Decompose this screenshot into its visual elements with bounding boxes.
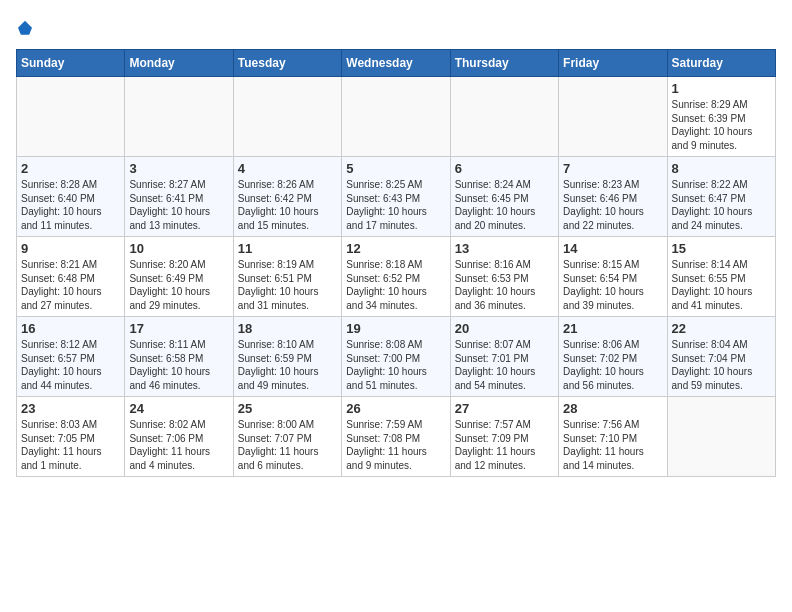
day-cell: 17Sunrise: 8:11 AM Sunset: 6:58 PM Dayli… — [125, 317, 233, 397]
day-info: Sunrise: 8:08 AM Sunset: 7:00 PM Dayligh… — [346, 338, 445, 392]
week-row-3: 16Sunrise: 8:12 AM Sunset: 6:57 PM Dayli… — [17, 317, 776, 397]
day-cell: 2Sunrise: 8:28 AM Sunset: 6:40 PM Daylig… — [17, 157, 125, 237]
day-info: Sunrise: 8:12 AM Sunset: 6:57 PM Dayligh… — [21, 338, 120, 392]
day-info: Sunrise: 8:21 AM Sunset: 6:48 PM Dayligh… — [21, 258, 120, 312]
day-number: 26 — [346, 401, 445, 416]
day-cell: 15Sunrise: 8:14 AM Sunset: 6:55 PM Dayli… — [667, 237, 775, 317]
day-cell — [342, 77, 450, 157]
day-number: 19 — [346, 321, 445, 336]
day-cell: 18Sunrise: 8:10 AM Sunset: 6:59 PM Dayli… — [233, 317, 341, 397]
weekday-header-friday: Friday — [559, 50, 667, 77]
weekday-header-wednesday: Wednesday — [342, 50, 450, 77]
day-info: Sunrise: 8:25 AM Sunset: 6:43 PM Dayligh… — [346, 178, 445, 232]
day-info: Sunrise: 8:11 AM Sunset: 6:58 PM Dayligh… — [129, 338, 228, 392]
day-number: 12 — [346, 241, 445, 256]
day-number: 23 — [21, 401, 120, 416]
weekday-header-sunday: Sunday — [17, 50, 125, 77]
weekday-header-thursday: Thursday — [450, 50, 558, 77]
day-number: 11 — [238, 241, 337, 256]
day-cell: 13Sunrise: 8:16 AM Sunset: 6:53 PM Dayli… — [450, 237, 558, 317]
day-cell — [125, 77, 233, 157]
day-number: 14 — [563, 241, 662, 256]
day-cell: 20Sunrise: 8:07 AM Sunset: 7:01 PM Dayli… — [450, 317, 558, 397]
day-number: 2 — [21, 161, 120, 176]
day-number: 5 — [346, 161, 445, 176]
day-number: 10 — [129, 241, 228, 256]
day-cell: 16Sunrise: 8:12 AM Sunset: 6:57 PM Dayli… — [17, 317, 125, 397]
week-row-0: 1Sunrise: 8:29 AM Sunset: 6:39 PM Daylig… — [17, 77, 776, 157]
day-cell: 5Sunrise: 8:25 AM Sunset: 6:43 PM Daylig… — [342, 157, 450, 237]
day-number: 22 — [672, 321, 771, 336]
day-cell: 10Sunrise: 8:20 AM Sunset: 6:49 PM Dayli… — [125, 237, 233, 317]
day-cell — [450, 77, 558, 157]
logo — [16, 16, 32, 37]
day-cell: 8Sunrise: 8:22 AM Sunset: 6:47 PM Daylig… — [667, 157, 775, 237]
day-info: Sunrise: 7:56 AM Sunset: 7:10 PM Dayligh… — [563, 418, 662, 472]
day-cell: 28Sunrise: 7:56 AM Sunset: 7:10 PM Dayli… — [559, 397, 667, 477]
page-header — [16, 16, 776, 37]
day-cell: 21Sunrise: 8:06 AM Sunset: 7:02 PM Dayli… — [559, 317, 667, 397]
day-cell: 4Sunrise: 8:26 AM Sunset: 6:42 PM Daylig… — [233, 157, 341, 237]
day-number: 15 — [672, 241, 771, 256]
day-cell — [559, 77, 667, 157]
day-number: 3 — [129, 161, 228, 176]
day-info: Sunrise: 8:22 AM Sunset: 6:47 PM Dayligh… — [672, 178, 771, 232]
day-info: Sunrise: 8:04 AM Sunset: 7:04 PM Dayligh… — [672, 338, 771, 392]
day-number: 16 — [21, 321, 120, 336]
day-info: Sunrise: 7:59 AM Sunset: 7:08 PM Dayligh… — [346, 418, 445, 472]
week-row-1: 2Sunrise: 8:28 AM Sunset: 6:40 PM Daylig… — [17, 157, 776, 237]
day-cell: 3Sunrise: 8:27 AM Sunset: 6:41 PM Daylig… — [125, 157, 233, 237]
day-info: Sunrise: 7:57 AM Sunset: 7:09 PM Dayligh… — [455, 418, 554, 472]
day-number: 28 — [563, 401, 662, 416]
day-info: Sunrise: 8:28 AM Sunset: 6:40 PM Dayligh… — [21, 178, 120, 232]
day-number: 8 — [672, 161, 771, 176]
day-cell — [233, 77, 341, 157]
day-number: 27 — [455, 401, 554, 416]
day-cell — [667, 397, 775, 477]
day-cell: 12Sunrise: 8:18 AM Sunset: 6:52 PM Dayli… — [342, 237, 450, 317]
day-cell: 6Sunrise: 8:24 AM Sunset: 6:45 PM Daylig… — [450, 157, 558, 237]
day-info: Sunrise: 8:18 AM Sunset: 6:52 PM Dayligh… — [346, 258, 445, 312]
week-row-4: 23Sunrise: 8:03 AM Sunset: 7:05 PM Dayli… — [17, 397, 776, 477]
weekday-header-tuesday: Tuesday — [233, 50, 341, 77]
weekday-header-saturday: Saturday — [667, 50, 775, 77]
day-cell — [17, 77, 125, 157]
day-info: Sunrise: 8:02 AM Sunset: 7:06 PM Dayligh… — [129, 418, 228, 472]
day-cell: 27Sunrise: 7:57 AM Sunset: 7:09 PM Dayli… — [450, 397, 558, 477]
day-info: Sunrise: 8:23 AM Sunset: 6:46 PM Dayligh… — [563, 178, 662, 232]
day-cell: 23Sunrise: 8:03 AM Sunset: 7:05 PM Dayli… — [17, 397, 125, 477]
day-cell: 25Sunrise: 8:00 AM Sunset: 7:07 PM Dayli… — [233, 397, 341, 477]
week-row-2: 9Sunrise: 8:21 AM Sunset: 6:48 PM Daylig… — [17, 237, 776, 317]
day-info: Sunrise: 8:27 AM Sunset: 6:41 PM Dayligh… — [129, 178, 228, 232]
day-info: Sunrise: 8:07 AM Sunset: 7:01 PM Dayligh… — [455, 338, 554, 392]
day-number: 6 — [455, 161, 554, 176]
day-info: Sunrise: 8:19 AM Sunset: 6:51 PM Dayligh… — [238, 258, 337, 312]
day-number: 20 — [455, 321, 554, 336]
day-info: Sunrise: 8:26 AM Sunset: 6:42 PM Dayligh… — [238, 178, 337, 232]
day-info: Sunrise: 8:00 AM Sunset: 7:07 PM Dayligh… — [238, 418, 337, 472]
day-info: Sunrise: 8:10 AM Sunset: 6:59 PM Dayligh… — [238, 338, 337, 392]
day-info: Sunrise: 8:20 AM Sunset: 6:49 PM Dayligh… — [129, 258, 228, 312]
day-number: 24 — [129, 401, 228, 416]
day-number: 7 — [563, 161, 662, 176]
calendar-table: SundayMondayTuesdayWednesdayThursdayFrid… — [16, 49, 776, 477]
day-info: Sunrise: 8:15 AM Sunset: 6:54 PM Dayligh… — [563, 258, 662, 312]
day-cell: 7Sunrise: 8:23 AM Sunset: 6:46 PM Daylig… — [559, 157, 667, 237]
day-cell: 9Sunrise: 8:21 AM Sunset: 6:48 PM Daylig… — [17, 237, 125, 317]
day-info: Sunrise: 8:16 AM Sunset: 6:53 PM Dayligh… — [455, 258, 554, 312]
day-info: Sunrise: 8:24 AM Sunset: 6:45 PM Dayligh… — [455, 178, 554, 232]
day-number: 13 — [455, 241, 554, 256]
day-number: 21 — [563, 321, 662, 336]
weekday-header-row: SundayMondayTuesdayWednesdayThursdayFrid… — [17, 50, 776, 77]
day-number: 1 — [672, 81, 771, 96]
day-cell: 22Sunrise: 8:04 AM Sunset: 7:04 PM Dayli… — [667, 317, 775, 397]
day-number: 18 — [238, 321, 337, 336]
day-number: 4 — [238, 161, 337, 176]
logo-icon — [18, 21, 32, 35]
day-info: Sunrise: 8:29 AM Sunset: 6:39 PM Dayligh… — [672, 98, 771, 152]
day-cell: 26Sunrise: 7:59 AM Sunset: 7:08 PM Dayli… — [342, 397, 450, 477]
day-info: Sunrise: 8:06 AM Sunset: 7:02 PM Dayligh… — [563, 338, 662, 392]
day-cell: 14Sunrise: 8:15 AM Sunset: 6:54 PM Dayli… — [559, 237, 667, 317]
day-cell: 24Sunrise: 8:02 AM Sunset: 7:06 PM Dayli… — [125, 397, 233, 477]
day-number: 25 — [238, 401, 337, 416]
